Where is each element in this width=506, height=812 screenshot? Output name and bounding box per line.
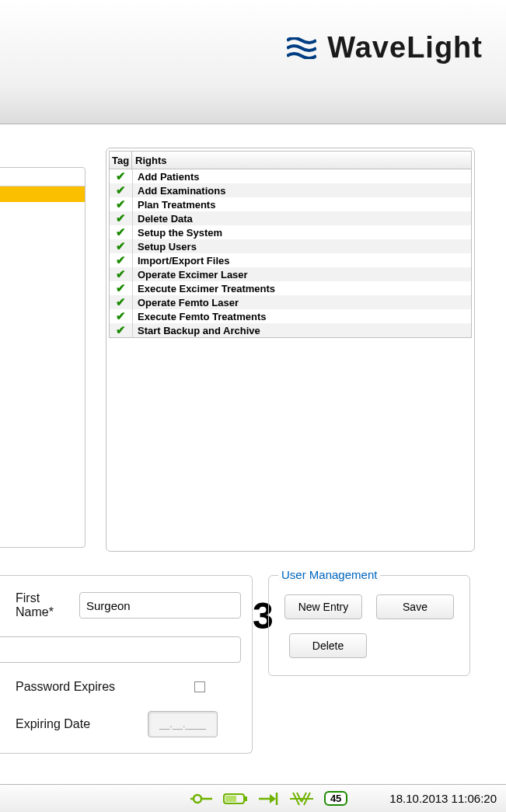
rights-panel: Tag Rights ✔Add Patients✔Add Examination…: [106, 148, 475, 552]
rights-label: Operate Excimer Laser: [133, 267, 471, 281]
col-header-tag[interactable]: Tag: [109, 151, 132, 169]
header: WaveLight: [0, 0, 506, 124]
battery-icon: [223, 793, 248, 805]
table-row[interactable]: ✔Add Examinations: [110, 183, 471, 197]
password-expires-label: Password Expires: [16, 680, 140, 694]
svg-rect-5: [225, 796, 236, 802]
svg-marker-7: [270, 794, 276, 803]
rights-label: Execute Excimer Treatments: [133, 281, 471, 295]
table-row[interactable]: ✔Setup Users: [110, 239, 471, 253]
logo-text: WaveLight: [327, 31, 483, 64]
logo: WaveLight: [287, 31, 483, 64]
rights-label: Delete Data: [133, 211, 471, 225]
svg-point-0: [194, 795, 201, 803]
table-row[interactable]: ✔Operate Excimer Laser: [110, 267, 471, 281]
rights-label: Start Backup and Archive: [133, 323, 471, 337]
rights-label: Import/Export Files: [133, 253, 471, 267]
table-row[interactable]: ✔Import/Export Files: [110, 253, 471, 267]
password-expires-checkbox[interactable]: [194, 681, 205, 692]
rights-label: Plan Treatments: [133, 197, 471, 211]
new-entry-button[interactable]: New Entry: [284, 594, 362, 619]
check-icon: ✔: [110, 225, 133, 239]
check-icon: ✔: [110, 323, 133, 337]
table-row[interactable]: ✔Start Backup and Archive: [110, 323, 471, 337]
table-row[interactable]: ✔Setup the System: [110, 225, 471, 239]
rights-table-body: ✔Add Patients✔Add Examinations✔Plan Trea…: [109, 169, 472, 338]
users-list-header: [0, 168, 85, 186]
rights-label: Execute Femto Treatments: [133, 309, 471, 323]
status-bar: 45 18.10.2013 11:06:20: [0, 784, 506, 812]
status-badge: 45: [324, 791, 347, 806]
delete-button[interactable]: Delete: [289, 633, 367, 658]
status-datetime: 18.10.2013 11:06:20: [389, 792, 497, 805]
check-icon: ✔: [110, 239, 133, 253]
check-icon: ✔: [110, 281, 133, 295]
table-row[interactable]: ✔Plan Treatments: [110, 197, 471, 211]
check-icon: ✔: [110, 211, 133, 225]
extra-input[interactable]: [0, 636, 241, 663]
check-icon: ✔: [110, 295, 133, 309]
expiring-date-label: Expiring Date: [16, 717, 101, 731]
wavelight-logo-icon: [287, 37, 316, 59]
table-row[interactable]: ✔Add Patients: [110, 169, 471, 183]
first-name-label: First Name*: [16, 591, 79, 619]
check-icon: ✔: [110, 267, 133, 281]
check-icon: ✔: [110, 169, 133, 183]
user-form-panel: First Name* Password Expires Expiring Da…: [0, 575, 253, 754]
check-icon: ✔: [110, 309, 133, 323]
user-management-group: User Management New Entry Save Delete: [268, 575, 470, 676]
users-list-panel: [0, 167, 85, 548]
table-row[interactable]: ✔Execute Excimer Treatments: [110, 281, 471, 295]
svg-rect-4: [245, 796, 247, 801]
check-icon: ✔: [110, 197, 133, 211]
rights-table-header: Tag Rights: [109, 151, 472, 169]
save-button[interactable]: Save: [376, 594, 454, 619]
expiring-date-input[interactable]: __.__.____: [148, 711, 218, 737]
check-icon: ✔: [110, 183, 133, 197]
laser-ready-icon: [259, 792, 279, 806]
table-row[interactable]: ✔Execute Femto Treatments: [110, 309, 471, 323]
rights-label: Setup the System: [133, 225, 471, 239]
power-icon: [190, 792, 212, 806]
check-icon: ✔: [110, 253, 133, 267]
rights-label: Add Patients: [133, 169, 471, 183]
rights-label: Operate Femto Laser: [133, 295, 471, 309]
user-management-title: User Management: [278, 568, 380, 581]
users-list-selected-row[interactable]: [0, 186, 85, 202]
signal-icon: [290, 791, 313, 807]
table-row[interactable]: ✔Operate Femto Laser: [110, 295, 471, 309]
first-name-input[interactable]: [79, 592, 241, 619]
rights-label: Add Examinations: [133, 183, 471, 197]
rights-label: Setup Users: [133, 239, 471, 253]
table-row[interactable]: ✔Delete Data: [110, 211, 471, 225]
col-header-rights[interactable]: Rights: [132, 151, 472, 169]
